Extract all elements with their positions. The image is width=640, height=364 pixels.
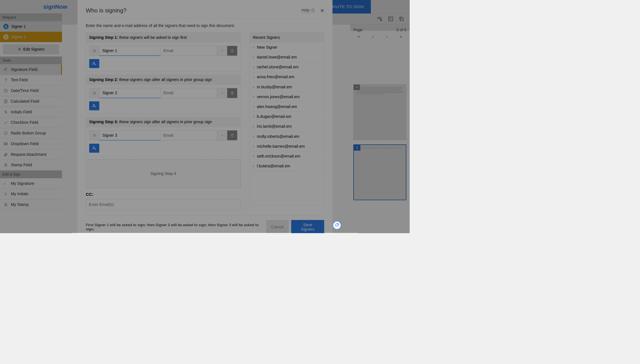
chat-icon xyxy=(335,223,339,227)
modal-overlay xyxy=(0,0,410,233)
feedback-button[interactable] xyxy=(333,221,341,229)
